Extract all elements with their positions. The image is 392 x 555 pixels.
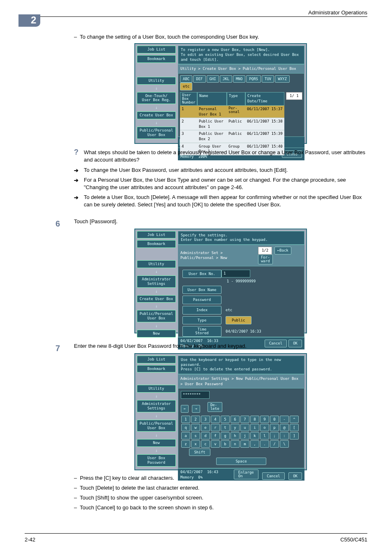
sidebar-bookmark[interactable]: Bookmark [137, 365, 176, 373]
sidebar-admin-settings[interactable]: Administrator Settings [137, 275, 176, 288]
sidebar-utility[interactable]: Utility [137, 260, 176, 268]
sidebar-joblist[interactable]: Job List [137, 46, 176, 53]
key-@[interactable]: @ [280, 424, 289, 431]
tab-def[interactable]: DEF [193, 75, 205, 83]
table-row[interactable]: 1Personal User Box 1Per- sonal06/11/2007… [180, 106, 284, 118]
key-p[interactable]: p [270, 424, 279, 431]
sidebar-utility[interactable]: Utility [137, 385, 176, 393]
type-value[interactable]: Public [226, 316, 251, 325]
key-n[interactable]: n [231, 440, 240, 448]
key-y[interactable]: y [231, 424, 240, 431]
key-e[interactable]: e [201, 424, 210, 431]
key-:[interactable]: : [280, 432, 289, 439]
key-w[interactable]: w [191, 424, 200, 431]
sidebar-userbox-password[interactable]: User Box Password [137, 454, 176, 467]
key-g[interactable]: g [221, 432, 230, 439]
field-index[interactable]: Index [182, 306, 221, 314]
key-j[interactable]: j [240, 432, 249, 439]
sidebar-public-personal[interactable]: Public/Personal User Box [137, 127, 176, 139]
breadcrumb-bar: Administrator Set > Public/Personal > Ne… [178, 245, 304, 266]
tab-ghi[interactable]: GHI [207, 75, 219, 83]
key-m[interactable]: m [240, 440, 249, 448]
key-7[interactable]: 7 [240, 416, 249, 423]
table-row[interactable]: 2Public User Box 1Public06/11/2007 15:38 [180, 118, 284, 130]
sidebar-onetouch[interactable]: One-Touch/ User Box Reg. [137, 92, 176, 104]
key-h[interactable]: h [231, 432, 240, 439]
table-row[interactable]: 3Public User Box 2Public06/11/2007 15:39 [180, 130, 284, 143]
sidebar-create-userbox[interactable]: Create User Box [137, 295, 176, 303]
key-;[interactable]: ; [270, 432, 279, 439]
key--[interactable]: - [280, 416, 289, 423]
tab-jkl[interactable]: JKL [220, 75, 232, 83]
key-l[interactable]: l [260, 432, 269, 439]
key-8[interactable]: 8 [250, 416, 259, 423]
sidebar-joblist[interactable]: Job List [137, 356, 176, 363]
key-o[interactable]: o [260, 424, 269, 431]
sidebar-admin-settings[interactable]: Administrator Settings [137, 400, 176, 412]
key-.[interactable]: . [260, 440, 269, 448]
key-5[interactable]: 5 [221, 416, 230, 423]
sidebar: Job List Bookmark Utility ↓ One-Touch/ U… [137, 46, 176, 140]
key-9[interactable]: 9 [260, 416, 269, 423]
key-4[interactable]: 4 [211, 416, 220, 423]
tab-abc[interactable]: ABC [180, 75, 192, 83]
sidebar-create-userbox[interactable]: Create User Box [137, 111, 176, 119]
key-i[interactable]: i [250, 424, 259, 431]
key-][interactable]: ] [290, 432, 299, 439]
key-s[interactable]: s [191, 432, 200, 439]
key-[[interactable]: [ [290, 424, 299, 431]
key-,[interactable]: , [250, 440, 259, 448]
key-6[interactable]: 6 [231, 416, 240, 423]
key-x[interactable]: x [191, 440, 200, 448]
key-r[interactable]: r [211, 424, 220, 431]
tab-pqrs[interactable]: PQRS [246, 75, 261, 83]
key-\[interactable]: \ [280, 440, 289, 448]
key-2[interactable]: 2 [191, 416, 200, 423]
shift-key[interactable]: Shift [189, 449, 210, 456]
key-d[interactable]: d [201, 432, 210, 439]
tab-tuv[interactable]: TUV [262, 75, 274, 83]
sidebar-new[interactable]: New [137, 330, 176, 338]
tab-wxyz[interactable]: WXYZ [275, 75, 290, 83]
field-time-stored[interactable]: Time Stored [182, 326, 221, 337]
down-arrow-icon: ↓ [137, 120, 176, 126]
key-t[interactable]: t [221, 424, 230, 431]
space-key[interactable]: Space [216, 458, 266, 465]
key-u[interactable]: u [240, 424, 249, 431]
sidebar-public-personal[interactable]: Public/Personal User Box [137, 420, 176, 432]
field-password[interactable]: Password [182, 296, 221, 304]
key-3[interactable]: 3 [201, 416, 210, 423]
key-^[interactable]: ^ [290, 416, 299, 423]
cancel-button[interactable]: Cancel [262, 472, 285, 480]
key-f[interactable]: f [211, 432, 220, 439]
sidebar-bookmark[interactable]: Bookmark [137, 55, 176, 63]
password-input[interactable]: ******** [181, 391, 210, 399]
forward-button[interactable]: For- ward [258, 254, 273, 264]
key-a[interactable]: a [181, 432, 190, 439]
key-/[interactable]: / [270, 440, 279, 448]
cursor-left-button[interactable]: ← [181, 405, 189, 413]
ok-button[interactable]: OK [288, 472, 302, 480]
key-k[interactable]: k [250, 432, 259, 439]
delete-key[interactable]: De- lete [208, 402, 222, 412]
sidebar-bookmark[interactable]: Bookmark [137, 240, 176, 248]
tab-mno[interactable]: MNO [233, 75, 245, 83]
sidebar-public-personal[interactable]: Public/Personal User Box [137, 310, 176, 322]
sidebar-joblist[interactable]: Job List [137, 231, 176, 239]
field-type[interactable]: Type [182, 316, 221, 325]
field-userbox-no[interactable]: User Box No. [182, 270, 221, 278]
key-q[interactable]: q [181, 424, 190, 431]
key-b[interactable]: b [221, 440, 230, 448]
key-v[interactable]: v [211, 440, 220, 448]
sidebar-new[interactable]: New [137, 439, 176, 447]
key-0[interactable]: 0 [270, 416, 279, 423]
key-c[interactable]: c [201, 440, 210, 448]
field-userbox-name[interactable]: User Box Name [182, 286, 221, 294]
enlarge-button[interactable]: Enlarge On [234, 469, 258, 479]
tab-etc[interactable]: etc [180, 83, 192, 90]
back-button[interactable]: ←Back [274, 247, 291, 254]
sidebar-utility[interactable]: Utility [137, 77, 176, 85]
cursor-right-button[interactable]: → [192, 405, 200, 413]
key-1[interactable]: 1 [181, 416, 190, 423]
key-z[interactable]: z [181, 440, 190, 448]
